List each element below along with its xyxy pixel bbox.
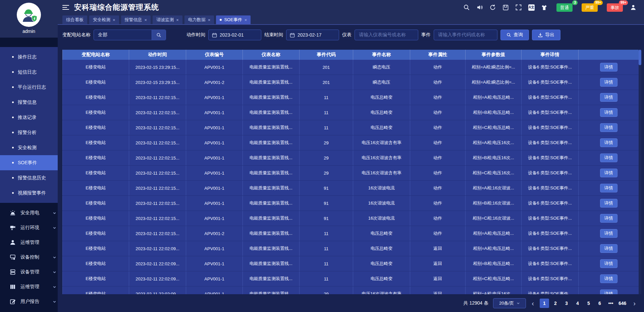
chevron-down-icon <box>517 302 520 305</box>
detail-button[interactable]: 详情 <box>600 138 618 147</box>
sidebar-subitem[interactable]: 视频报警事件 <box>0 185 58 200</box>
tab-电力数据[interactable]: 电力数据× <box>184 15 214 24</box>
detail-button[interactable]: 详情 <box>600 78 618 87</box>
column-header: 仪表编号 <box>186 50 243 60</box>
detail-button[interactable]: 详情 <box>600 184 618 192</box>
menu-toggle-icon[interactable] <box>62 5 69 10</box>
alert-tag[interactable]: 普通3 <box>556 3 573 12</box>
table-cell: 2023-02-15 23:29:15... <box>129 60 186 75</box>
export-button[interactable]: 导出 <box>532 30 560 40</box>
table-cell: 29 <box>300 166 353 180</box>
sidebar-subitem[interactable]: 短信日志 <box>0 64 58 80</box>
avatar[interactable] <box>17 3 41 27</box>
close-icon[interactable]: × <box>145 18 147 22</box>
station-filter-select[interactable]: 全部 <box>94 30 166 40</box>
sidebar-item[interactable]: 运维管理 <box>0 235 58 250</box>
bullet-icon <box>12 177 14 179</box>
table-cell: E楼变电站 <box>62 90 129 105</box>
fullscreen-icon[interactable] <box>515 4 522 11</box>
table-cell: 瞬态电压 <box>353 60 410 75</box>
table-cell: 相别=A相;电压总畸... <box>466 90 522 105</box>
detail-button[interactable]: 详情 <box>600 169 618 177</box>
sidebar-subitem[interactable]: 安全检测 <box>0 140 58 155</box>
scrollbar-thumb[interactable] <box>639 50 641 65</box>
refresh-icon[interactable] <box>489 4 496 11</box>
vertical-scrollbar[interactable] <box>639 50 641 294</box>
sidebar-subitem[interactable]: 推送记录 <box>0 110 58 125</box>
detail-button[interactable]: 详情 <box>600 63 618 72</box>
alert-tag[interactable]: 事故99+ <box>607 3 623 12</box>
next-page-button[interactable]: › <box>632 300 637 307</box>
prev-page-button[interactable]: ‹ <box>531 300 535 307</box>
column-header: 仪表名称 <box>243 50 300 60</box>
event-input[interactable]: 请输入事件代码或名称 <box>434 30 497 40</box>
sidebar-item-label: 安全用电 <box>20 210 39 216</box>
user-icon[interactable] <box>630 4 637 11</box>
tab-安全检测[interactable]: 安全检测× <box>89 15 119 24</box>
detail-button[interactable]: 详情 <box>600 123 618 132</box>
sidebar-item[interactable]: 用户报告 <box>0 294 58 309</box>
sidebar-subitem[interactable]: 平台运行日志 <box>0 80 58 95</box>
sidebar-item[interactable]: 安全用电 <box>0 206 58 220</box>
save-icon[interactable] <box>502 4 509 11</box>
detail-button[interactable]: 详情 <box>600 274 618 283</box>
page-button-3[interactable]: 3 <box>562 299 571 308</box>
sidebar-subitem[interactable]: 报警信息历史 <box>0 170 58 185</box>
sound-icon[interactable] <box>476 4 483 11</box>
detail-button[interactable]: 详情 <box>600 259 618 268</box>
detail-button[interactable]: 详情 <box>600 244 618 253</box>
page-button-5[interactable]: 5 <box>584 299 593 308</box>
page-button-1[interactable]: 1 <box>540 299 549 308</box>
tab-报警信息[interactable]: 报警信息× <box>121 15 151 24</box>
chevron-down-icon <box>53 300 56 304</box>
sidebar-subitem[interactable]: 报警信息 <box>0 95 58 110</box>
alert-tag[interactable]: 严重99+ <box>582 3 598 12</box>
download-icon <box>538 33 543 37</box>
detail-button[interactable]: 详情 <box>600 93 618 102</box>
table-cell: 动作 <box>410 90 466 105</box>
sidebar-item[interactable]: 设备管理 <box>0 265 58 279</box>
table-cell: 11 <box>300 241 353 256</box>
search-icon[interactable] <box>463 4 470 11</box>
station-search-button[interactable] <box>152 30 166 40</box>
theme-icon[interactable] <box>541 4 547 11</box>
sidebar-subitem[interactable]: SOE事件 <box>0 155 58 170</box>
detail-button[interactable]: 详情 <box>600 108 618 117</box>
sidebar-item[interactable]: 运维管理 <box>0 279 58 294</box>
detail-button[interactable]: 详情 <box>600 289 618 294</box>
main-area: 安科瑞综合能源管理系统 A文 <box>58 0 644 312</box>
page-size-select[interactable]: 20条/页 <box>493 298 526 308</box>
detail-button[interactable]: 详情 <box>600 199 618 208</box>
sidebar-subitem[interactable]: 操作日志 <box>0 49 58 64</box>
close-icon[interactable]: × <box>245 18 247 22</box>
page-button-646[interactable]: 646 <box>617 299 628 308</box>
page-button-2[interactable]: 2 <box>551 299 560 308</box>
device-manage-icon <box>9 269 16 275</box>
close-icon[interactable]: × <box>176 18 179 22</box>
sidebar-subitem-label: 推送记录 <box>18 115 37 121</box>
more-pages-button[interactable]: ••• <box>606 299 615 308</box>
tab-综合看板[interactable]: 综合看板 <box>62 15 87 24</box>
translate-icon[interactable]: A文 <box>528 4 535 11</box>
start-date-input[interactable]: 2023-02-01 <box>208 30 261 40</box>
page-button-4[interactable]: 4 <box>573 299 582 308</box>
meter-input[interactable]: 请输入仪表编号或名称 <box>355 30 418 40</box>
detail-button[interactable]: 详情 <box>600 229 618 238</box>
table-cell: 91 <box>300 181 353 195</box>
sidebar-subitem[interactable]: 报警分析 <box>0 125 58 140</box>
detail-button[interactable]: 详情 <box>600 214 618 223</box>
end-date-input[interactable]: 2023-02-17 <box>286 30 339 40</box>
close-icon[interactable]: × <box>113 18 115 22</box>
search-button[interactable]: 查询 <box>500 30 529 40</box>
sidebar-item[interactable]: 运行环境 <box>0 220 58 235</box>
close-icon[interactable]: × <box>208 18 211 22</box>
tab-谐波监测[interactable]: 谐波监测× <box>153 15 182 24</box>
page-button-6[interactable]: 6 <box>595 299 604 308</box>
table-cell: 相别=B相;电压总畸... <box>466 256 522 271</box>
tab-SOE事件[interactable]: SOE事件× <box>216 15 251 24</box>
detail-button[interactable]: 详情 <box>600 153 618 162</box>
sidebar-item[interactable]: 设备控制 <box>0 250 58 265</box>
sidebar-subitem-label: 安全检测 <box>18 145 37 151</box>
alert-tag-label: 事故 <box>610 5 619 10</box>
start-date-label: 动作时间 <box>186 32 205 38</box>
